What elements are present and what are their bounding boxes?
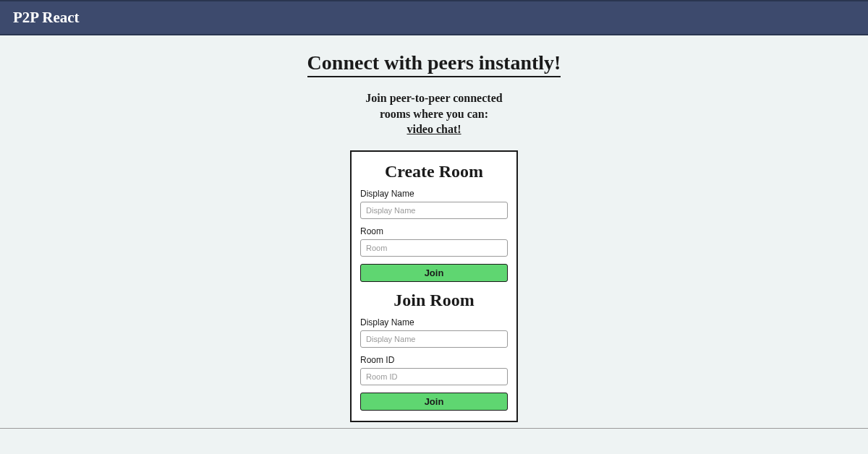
create-display-name-label: Display Name bbox=[360, 189, 508, 199]
join-display-name-label: Display Name bbox=[360, 317, 508, 327]
hero-title: Connect with peers instantly! bbox=[307, 51, 561, 77]
hero-subtitle: Join peer-to-peer connected rooms where … bbox=[0, 90, 868, 137]
join-room-id-input[interactable] bbox=[360, 368, 508, 385]
create-room-label: Room bbox=[360, 226, 508, 236]
hero-sub-line2: rooms where you can: bbox=[0, 106, 868, 122]
hero-sub-line1: Join peer-to-peer connected bbox=[0, 90, 868, 106]
join-room-id-label: Room ID bbox=[360, 355, 508, 365]
bottom-divider bbox=[0, 428, 868, 429]
hero-title-wrap: Connect with peers instantly! bbox=[0, 51, 868, 77]
create-room-join-button[interactable]: Join bbox=[360, 264, 508, 282]
hero-sub-line3: video chat! bbox=[0, 121, 868, 137]
app-title: P2P React bbox=[13, 9, 80, 26]
create-display-name-input[interactable] bbox=[360, 202, 508, 219]
main-content: Connect with peers instantly! Join peer-… bbox=[0, 35, 868, 422]
create-room-input[interactable] bbox=[360, 239, 508, 257]
create-room-title: Create Room bbox=[360, 162, 508, 181]
join-room-join-button[interactable]: Join bbox=[360, 393, 508, 411]
join-room-title: Join Room bbox=[360, 291, 508, 310]
top-navbar: P2P React bbox=[0, 0, 868, 35]
join-display-name-input[interactable] bbox=[360, 330, 508, 348]
room-card: Create Room Display Name Room Join Join … bbox=[350, 150, 518, 422]
